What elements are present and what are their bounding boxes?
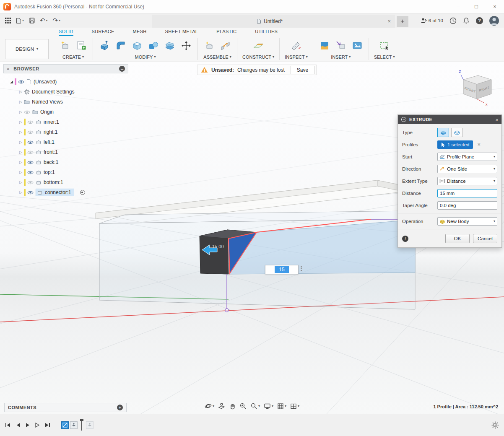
select-icon[interactable] <box>378 39 391 52</box>
browser-item-label[interactable]: Named Views <box>32 99 63 105</box>
browser-item-root[interactable]: ◢ (Unsaved) <box>3 77 128 87</box>
shell-icon[interactable] <box>131 39 143 52</box>
dimension-options-grip[interactable] <box>301 266 302 271</box>
browser-item-label[interactable]: bottom:1 <box>44 179 63 185</box>
ok-button[interactable]: OK <box>445 234 470 243</box>
browser-item-label[interactable]: (Unsaved) <box>34 79 57 85</box>
tab-surface[interactable]: SURFACE <box>92 28 114 36</box>
browser-item-label[interactable]: Origin <box>40 109 54 115</box>
expander-icon[interactable]: ▷ <box>18 90 24 94</box>
collapse-browser-icon[interactable]: « <box>7 66 9 71</box>
browser-item-right[interactable]: ▷ right:1 <box>3 127 128 137</box>
info-icon[interactable]: i <box>402 236 408 242</box>
display-settings-button[interactable]: ▾ <box>264 403 273 410</box>
construct-dropdown[interactable]: CONSTRUCT ▾ <box>242 54 274 60</box>
assemble-dropdown[interactable]: ASSEMBLE ▾ <box>203 54 231 60</box>
hide-browser-icon[interactable]: – <box>119 66 125 72</box>
expand-comments-icon[interactable]: + <box>117 405 123 410</box>
operation-select[interactable]: New Body ▾ <box>437 217 497 226</box>
dimension-value[interactable]: 15 <box>275 266 288 273</box>
joint-icon[interactable] <box>219 39 232 52</box>
assemble-new-component-icon[interactable] <box>203 39 216 52</box>
tab-solid[interactable]: SOLID <box>59 28 73 36</box>
expander-icon[interactable]: ▷ <box>18 100 24 104</box>
browser-item-label[interactable]: right:1 <box>44 129 57 135</box>
timeline-feature-extrude[interactable] <box>70 421 78 429</box>
view-cube[interactable]: FRONT RIGHT Z x <box>452 67 502 109</box>
dialog-collapse-icon[interactable]: – <box>401 117 406 122</box>
zoom-button[interactable] <box>239 402 247 410</box>
expander-icon[interactable]: ▷ <box>18 160 24 164</box>
timeline-feature-sketch[interactable] <box>61 421 69 429</box>
timeline-settings-gear-icon[interactable] <box>491 421 499 429</box>
expander-icon[interactable]: ▷ <box>18 140 24 144</box>
expander-icon[interactable]: ▷ <box>18 170 24 174</box>
browser-item-top[interactable]: ▷ top:1 <box>3 167 128 177</box>
tab-utilities[interactable]: UTILITIES <box>255 28 278 36</box>
history-clock-icon[interactable] <box>449 17 457 24</box>
browser-item-label[interactable]: back:1 <box>44 159 58 165</box>
visibility-eye-icon[interactable] <box>27 140 34 145</box>
browser-item-named-views[interactable]: ▷ Named Views <box>3 97 128 107</box>
orbit-button[interactable]: ▾ <box>205 402 214 410</box>
notifications-bell-icon[interactable] <box>463 17 470 24</box>
save-button[interactable] <box>29 18 35 23</box>
browser-item-label[interactable]: connector:1 <box>45 189 71 195</box>
visibility-eye-icon[interactable] <box>27 170 34 175</box>
taper-angle-input[interactable] <box>437 201 497 210</box>
tab-mesh[interactable]: MESH <box>133 28 147 36</box>
visibility-eye-icon[interactable] <box>27 130 34 135</box>
construct-plane-icon[interactable] <box>252 39 265 52</box>
combine-icon[interactable] <box>147 39 160 52</box>
app-grid-icon[interactable] <box>5 18 11 23</box>
tab-sheet-metal[interactable]: SHEET METAL <box>165 28 198 36</box>
job-status-badge[interactable]: 6 of 10 <box>421 18 443 23</box>
expander-icon[interactable]: ◢ <box>8 80 15 84</box>
comments-bar[interactable]: COMMENTS + <box>4 403 127 412</box>
browser-item-bottom[interactable]: ▷ bottom:1 <box>3 177 128 187</box>
box-body[interactable] <box>99 210 438 309</box>
browser-item-connector[interactable]: ▷ connector:1 <box>3 187 128 197</box>
start-select[interactable]: Profile Plane ▾ <box>437 153 497 161</box>
dialog-pin-icon[interactable]: » <box>496 117 498 122</box>
expander-icon[interactable]: ▷ <box>18 130 24 134</box>
fillet-icon[interactable] <box>114 39 127 52</box>
create-dropdown[interactable]: CREATE ▾ <box>62 54 84 60</box>
browser-item-inner[interactable]: ▷ inner:1 <box>3 117 128 127</box>
timeline-feature-pending[interactable] <box>86 421 94 429</box>
play-button[interactable] <box>25 422 30 428</box>
visibility-eye-icon[interactable] <box>18 80 24 84</box>
activate-component-radio[interactable] <box>80 190 85 195</box>
expander-icon[interactable]: ▷ <box>18 150 24 154</box>
pan-button[interactable] <box>229 403 236 410</box>
document-tab[interactable]: Untitled* <box>152 18 387 24</box>
browser-item-origin[interactable]: ▷ Origin <box>3 107 128 117</box>
insert-derive-icon[interactable] <box>335 39 347 52</box>
viewport[interactable]: 15.00 FRONT RIGHT Z x Unsaved: Changes m… <box>0 62 504 414</box>
cancel-button[interactable]: Cancel <box>473 234 497 243</box>
visibility-eye-icon[interactable] <box>27 190 34 195</box>
tab-plastic[interactable]: PLASTIC <box>216 28 236 36</box>
dimension-input[interactable]: 15 <box>265 265 299 274</box>
expander-icon[interactable]: ▷ <box>18 180 24 184</box>
select-dropdown[interactable]: SELECT ▾ <box>374 54 395 60</box>
grid-snap-button[interactable]: ▾ <box>277 403 286 410</box>
extrude-type-solid-button[interactable] <box>437 128 449 137</box>
step-forward-button[interactable] <box>35 422 40 428</box>
browser-item-document-settings[interactable]: ▷ Document Settings <box>3 87 128 97</box>
expander-icon[interactable]: ▷ <box>18 120 24 124</box>
clear-selection-icon[interactable]: × <box>477 141 481 148</box>
offset-face-icon[interactable] <box>164 39 176 52</box>
help-icon[interactable]: ? <box>476 17 483 24</box>
insert-canvas-icon[interactable] <box>351 39 364 52</box>
browser-item-front[interactable]: ▷ front:1 <box>3 147 128 157</box>
browser-item-left[interactable]: ▷ left:1 <box>3 137 128 147</box>
press-pull-icon[interactable] <box>98 39 111 52</box>
create-sketch-icon[interactable] <box>75 39 88 52</box>
visibility-eye-icon[interactable] <box>27 120 34 125</box>
viewports-button[interactable]: ▾ <box>290 403 299 410</box>
timeline-position-marker[interactable] <box>80 419 84 431</box>
inspect-dropdown[interactable]: INSPECT ▾ <box>285 54 308 60</box>
skip-to-start-button[interactable] <box>5 422 11 428</box>
distance-input[interactable] <box>437 189 497 197</box>
